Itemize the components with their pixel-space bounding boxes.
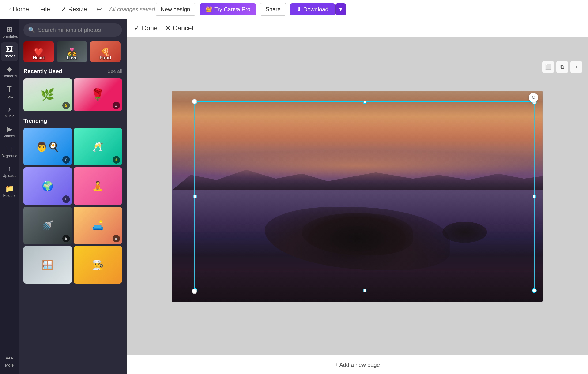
trending-photo-4[interactable]: 🧘 — [74, 167, 122, 205]
add-tool-button[interactable]: + — [570, 61, 582, 73]
sidebar-item-label-text: Text — [6, 94, 13, 99]
frame-tool-button[interactable]: ⬜ — [542, 61, 554, 73]
sidebar-item-more[interactable]: ••• More — [1, 352, 18, 370]
sidebar-item-folders[interactable]: 📁 Folders — [1, 182, 18, 201]
download-button[interactable]: ⬇ Download — [290, 3, 335, 15]
pound-icon: £ — [115, 103, 117, 108]
nav-left: ‹ Home File ⤢ Resize ↩ All changes saved — [6, 3, 155, 15]
checkmark-icon: ✓ — [134, 24, 139, 32]
sidebar-item-label-templates: Templates — [1, 34, 18, 39]
trending-header: Trending — [23, 118, 122, 124]
sidebar-item-label-background: Bkground — [1, 154, 18, 158]
sidebar-item-uploads[interactable]: ↑ Uploads — [1, 162, 18, 181]
frame-icon: ⬜ — [545, 64, 551, 70]
sidebar-item-label-more: More — [5, 363, 14, 367]
resize-button[interactable]: ⤢ Resize — [57, 4, 91, 15]
nav-right: New design 👑 Try Canva Pro Share ⬇ Downl… — [155, 3, 346, 16]
trending-photo-7[interactable]: 🪟 — [23, 246, 72, 283]
file-label: File — [40, 6, 50, 13]
add-page-bar[interactable]: + Add a new page — [126, 355, 588, 374]
chevron-down-icon: ▾ — [339, 6, 342, 12]
home-label: Home — [13, 6, 29, 13]
trending-photo-2[interactable]: 🥂 ♛ — [74, 128, 122, 166]
crown-badge-t2: ♛ — [113, 156, 120, 164]
canvas-workspace[interactable]: ⬜ ⧉ + — [126, 38, 588, 355]
add-page-label: + Add a new page — [335, 362, 380, 368]
background-icon: ▤ — [6, 145, 13, 153]
category-chip-food[interactable]: 🍕 Food — [90, 41, 121, 62]
sidebar-item-label-photos: Photos — [3, 54, 15, 58]
trending-photo-8[interactable]: 👨‍🍳 — [74, 246, 122, 283]
pound-badge-t6: £ — [113, 235, 120, 242]
x-icon: ✕ — [165, 24, 170, 32]
outer-handle-top-left[interactable] — [192, 99, 197, 104]
pound-badge-t5: £ — [62, 235, 70, 242]
templates-icon: ⊞ — [7, 25, 12, 33]
canvas-frame: ↻ — [172, 91, 543, 302]
download-label: Download — [303, 6, 328, 13]
download-caret-button[interactable]: ▾ — [336, 3, 346, 15]
copy-tool-button[interactable]: ⧉ — [556, 61, 568, 73]
try-pro-label: Try Canva Pro — [214, 6, 250, 13]
file-button[interactable]: File — [36, 4, 54, 15]
crown-icon: 👑 — [205, 6, 212, 13]
share-button[interactable]: Share — [260, 3, 286, 16]
trending-photo-5[interactable]: 🚿 £ — [23, 207, 72, 244]
home-button[interactable]: ‹ Home — [6, 4, 32, 15]
navbar: ‹ Home File ⤢ Resize ↩ All changes saved… — [0, 0, 588, 19]
copy-icon: ⧉ — [560, 64, 564, 70]
category-chip-love[interactable]: 💑 Love — [57, 41, 87, 62]
try-pro-button[interactable]: 👑 Try Canva Pro — [200, 3, 256, 15]
more-icon: ••• — [6, 354, 13, 362]
pound-badge-t3: £ — [62, 196, 70, 203]
action-bar: ✓ Done ✕ Cancel — [126, 19, 588, 38]
recently-used-photo-1[interactable]: ♛ — [23, 78, 72, 111]
recently-used-header: Recently Used See all — [23, 68, 122, 74]
pound-badge-t1: £ — [62, 156, 70, 164]
sidebar-item-music[interactable]: ♪ Music — [1, 102, 18, 121]
new-design-button[interactable]: New design — [155, 3, 196, 16]
search-input[interactable] — [38, 27, 117, 33]
resize-icon: ⤢ — [61, 6, 66, 13]
canvas-toolbar: ⬜ ⧉ + — [542, 61, 582, 73]
undo-button[interactable]: ↩ — [94, 3, 104, 15]
elements-icon: ◆ — [7, 65, 12, 73]
recently-used-photo-2[interactable]: £ — [74, 78, 122, 111]
sidebar-item-photos[interactable]: 🖼 Photos — [1, 42, 18, 61]
trending-photo-6[interactable]: 🛋️ £ — [74, 207, 122, 244]
cancel-label: Cancel — [173, 24, 193, 32]
sidebar-item-label-elements: Elements — [2, 74, 17, 78]
sidebar-item-videos[interactable]: ▶ Videos — [1, 122, 18, 141]
sidebar-item-label-folders: Folders — [3, 194, 15, 198]
sidebar-item-background[interactable]: ▤ Bkground — [1, 142, 18, 161]
crown-icon: ♛ — [64, 103, 68, 108]
see-all-link[interactable]: See all — [108, 69, 122, 74]
trending-photo-1[interactable]: 👨🍳 £ — [23, 128, 72, 166]
chevron-left-icon: ‹ — [9, 7, 11, 12]
text-icon: T — [7, 85, 12, 94]
plus-icon: + — [575, 64, 578, 70]
done-label: Done — [142, 24, 158, 32]
sidebar-item-elements[interactable]: ◆ Elements — [1, 62, 18, 81]
cancel-button[interactable]: ✕ Cancel — [165, 24, 193, 32]
sidebar-item-label-uploads: Uploads — [3, 174, 16, 178]
sidebar-item-label-videos: Videos — [4, 134, 15, 138]
category-chip-heart[interactable]: ❤️ Heart — [23, 41, 54, 62]
resize-label: Resize — [68, 6, 87, 13]
share-label: Share — [266, 6, 281, 12]
sidebar: ⊞ Templates 🖼 Photos ◆ Elements T Text ♪… — [0, 19, 19, 374]
music-icon: ♪ — [8, 105, 11, 113]
uploads-icon: ↑ — [8, 165, 11, 173]
search-icon: 🔍 — [28, 27, 35, 33]
videos-icon: ▶ — [7, 125, 12, 133]
main-area: ✓ Done ✕ Cancel ⬜ ⧉ + — [126, 19, 588, 374]
sidebar-item-templates[interactable]: ⊞ Templates — [1, 22, 18, 42]
chip-label-food: Food — [90, 53, 121, 62]
done-button[interactable]: ✓ Done — [134, 24, 158, 32]
download-icon: ⬇ — [297, 6, 302, 13]
download-group: ⬇ Download ▾ — [290, 3, 346, 15]
photos-icon: 🖼 — [6, 45, 13, 53]
outer-handle-bottom-left[interactable] — [192, 289, 197, 294]
trending-photo-3[interactable]: 🌍 £ — [23, 167, 72, 205]
sidebar-item-text[interactable]: T Text — [1, 82, 18, 102]
